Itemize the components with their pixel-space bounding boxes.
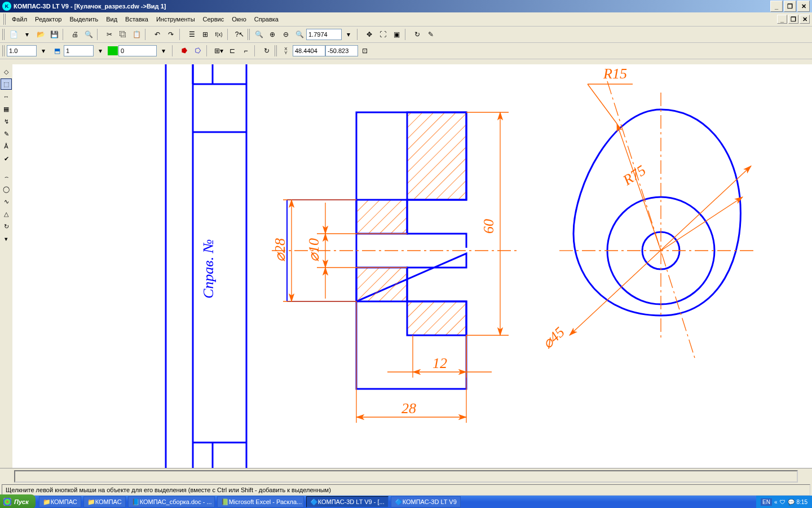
coord-y-input[interactable] bbox=[325, 45, 358, 56]
zoom-fit-button[interactable]: ⛶ bbox=[377, 28, 389, 41]
svg-line-45 bbox=[588, 84, 617, 124]
menu-help[interactable]: Справка bbox=[250, 15, 283, 24]
zoom-all-button[interactable]: ▣ bbox=[390, 28, 403, 41]
geometry-tool[interactable]: ◇ bbox=[1, 66, 12, 77]
local-cs-button[interactable]: ⌐ bbox=[240, 45, 252, 57]
menu-tools[interactable]: Инструменты bbox=[152, 15, 199, 24]
zoom-in-button[interactable]: ⊕ bbox=[266, 28, 279, 41]
status-area: Щелкните левой кнопкой мыши на объекте д… bbox=[0, 468, 812, 496]
menu-file[interactable]: Файл bbox=[8, 15, 31, 24]
dropdown-icon[interactable]: ▾ bbox=[1, 233, 12, 244]
edit-tool[interactable]: ↯ bbox=[1, 116, 12, 127]
task-item-4[interactable]: 🔷 КОМПАС-3D LT V9 - [... bbox=[306, 496, 389, 507]
zoom-out-button[interactable]: ⊖ bbox=[280, 28, 292, 41]
help-cursor-button[interactable]: ?↖ bbox=[233, 28, 246, 41]
hatch-tool[interactable]: ▦ bbox=[1, 103, 12, 115]
save-button[interactable]: 💾 bbox=[48, 28, 60, 41]
scale-input[interactable] bbox=[7, 45, 37, 56]
dim-12: 12 bbox=[433, 355, 447, 371]
tree-button[interactable]: ⊞ bbox=[199, 28, 211, 41]
dim-d28: ⌀28 bbox=[272, 238, 288, 262]
arc-tool[interactable]: ⌢ bbox=[1, 171, 12, 182]
variables-button[interactable]: f(x) bbox=[213, 28, 225, 41]
print-button[interactable]: 🖨 bbox=[69, 28, 81, 41]
menu-window[interactable]: Окно bbox=[228, 15, 250, 24]
grid-button[interactable]: ⊞▾ bbox=[213, 45, 225, 57]
pan-button[interactable]: ✥ bbox=[363, 28, 376, 41]
zoom-input[interactable] bbox=[306, 29, 342, 40]
task-item-3[interactable]: 📗 Microsoft Excel - Раскла... bbox=[217, 496, 304, 507]
snap-on-button[interactable]: ⭓ bbox=[178, 45, 191, 57]
zoom-dropdown[interactable]: ▾ bbox=[342, 28, 355, 41]
scale-dropdown[interactable]: ▾ bbox=[37, 45, 50, 57]
open-button[interactable]: 📂 bbox=[34, 28, 47, 41]
mdi-restore-button[interactable]: ❐ bbox=[788, 15, 798, 24]
grip-icon[interactable] bbox=[275, 45, 278, 56]
menu-view[interactable]: Вид bbox=[102, 15, 121, 24]
task-item-1[interactable]: 📁 КОМПАС bbox=[83, 496, 126, 507]
close-button[interactable]: ✕ bbox=[797, 1, 810, 12]
properties-button[interactable]: ☰ bbox=[186, 28, 198, 41]
zoom-window-button[interactable]: 🔍 bbox=[253, 28, 265, 41]
coord-lock-button[interactable]: ⊡ bbox=[359, 45, 371, 57]
spec-tool[interactable]: ✔ bbox=[1, 153, 12, 164]
grip-icon[interactable] bbox=[3, 14, 7, 25]
restore-button[interactable]: ❐ bbox=[784, 1, 796, 12]
redo-button[interactable]: ↷ bbox=[165, 28, 177, 41]
redo-tool[interactable]: ↻ bbox=[1, 221, 12, 232]
system-tray[interactable]: EN « 🛡 💬 8:15 bbox=[756, 496, 812, 508]
menu-service[interactable]: Сервис bbox=[199, 15, 228, 24]
layer-color-button[interactable] bbox=[108, 46, 118, 55]
task-item-0[interactable]: 📁 КОМПАС bbox=[39, 496, 81, 507]
layer-input[interactable] bbox=[64, 45, 94, 56]
style-dropdown[interactable]: ▾ bbox=[157, 45, 170, 57]
zoom-scale-button[interactable]: 🔍 bbox=[293, 28, 306, 41]
circle-tool[interactable]: ◯ bbox=[1, 183, 12, 195]
grip-icon[interactable] bbox=[2, 29, 6, 40]
new-dropdown[interactable]: ▾ bbox=[21, 28, 33, 41]
undo-button[interactable]: ↶ bbox=[151, 28, 164, 41]
ortho-button[interactable]: ⊏ bbox=[226, 45, 239, 57]
view-state-button[interactable]: ⬒ bbox=[51, 45, 63, 57]
current-state-toolbar: ▾ ⬒ ▾ ▾ ⭓ ⭔ ⊞▾ ⊏ ⌐ ↻ XY ⊡ bbox=[0, 43, 812, 59]
drawing-canvas[interactable]: Справ. № bbox=[12, 64, 812, 468]
dimension-tool[interactable]: ↔ bbox=[1, 91, 12, 102]
redraw-button[interactable]: ✎ bbox=[425, 28, 437, 41]
refresh-button[interactable]: ↻ bbox=[411, 28, 423, 41]
copy-button[interactable]: ⿻ bbox=[117, 28, 129, 41]
menu-insert[interactable]: Вставка bbox=[121, 15, 152, 24]
grip-icon[interactable] bbox=[248, 29, 251, 40]
xy-icon: XY bbox=[280, 45, 292, 57]
lang-indicator[interactable]: EN bbox=[761, 498, 772, 506]
clock[interactable]: 8:15 bbox=[797, 499, 807, 505]
param-tool[interactable]: ✎ bbox=[1, 128, 12, 139]
grip-icon[interactable] bbox=[2, 45, 6, 56]
tray-icon[interactable]: 💬 bbox=[788, 499, 795, 505]
svg-line-43 bbox=[661, 197, 743, 251]
menu-edit[interactable]: Редактор bbox=[31, 15, 65, 24]
start-button[interactable]: Пуск bbox=[0, 494, 36, 508]
command-line[interactable] bbox=[14, 470, 798, 483]
mdi-close-button[interactable]: ✕ bbox=[800, 15, 810, 24]
menu-select[interactable]: Выделить bbox=[65, 15, 102, 24]
snap-off-button[interactable]: ⭔ bbox=[192, 45, 204, 57]
bezier-tool[interactable]: ∿ bbox=[1, 196, 12, 207]
layer-dropdown[interactable]: ▾ bbox=[94, 45, 107, 57]
style-input[interactable] bbox=[118, 45, 157, 56]
tray-icon[interactable]: « bbox=[774, 499, 778, 505]
minimize-button[interactable]: _ bbox=[770, 1, 783, 12]
task-item-5[interactable]: 🔷 КОМПАС-3D LT V9 bbox=[391, 496, 461, 507]
tray-icon[interactable]: 🛡 bbox=[780, 499, 785, 505]
round-button[interactable]: ↻ bbox=[261, 45, 273, 57]
select-tool[interactable]: ⬚ bbox=[1, 78, 12, 90]
preview-button[interactable]: 🔍 bbox=[82, 28, 95, 41]
measure-tool[interactable]: Å bbox=[1, 141, 12, 152]
cut-button[interactable]: ✂ bbox=[103, 28, 116, 41]
coord-x-input[interactable] bbox=[293, 45, 325, 56]
dim-d10: ⌀10 bbox=[306, 238, 322, 262]
new-button[interactable]: 📄 bbox=[7, 28, 20, 41]
polyline-tool[interactable]: △ bbox=[1, 208, 12, 220]
paste-button[interactable]: 📋 bbox=[130, 28, 143, 41]
mdi-minimize-button[interactable]: _ bbox=[777, 15, 787, 24]
task-item-2[interactable]: 📘 КОМПАС_сборка.doc - ... bbox=[128, 496, 215, 507]
